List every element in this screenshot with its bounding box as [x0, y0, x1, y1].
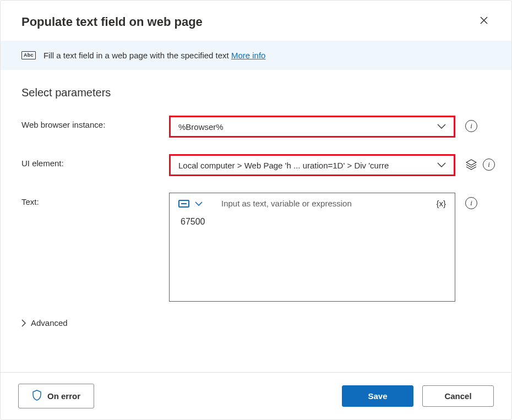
- row-ui-element: UI element: Local computer > Web Page 'h…: [21, 154, 491, 176]
- advanced-toggle[interactable]: Advanced: [21, 318, 491, 328]
- chevron-right-icon: [21, 319, 26, 327]
- text-label: Text:: [21, 193, 159, 206]
- browser-instance-dropdown[interactable]: %Browser%: [169, 116, 455, 138]
- ui-element-value: Local computer > Web Page 'h ... uration…: [178, 161, 389, 170]
- text-placeholder: Input as text, variable or expression: [208, 199, 431, 208]
- ui-element-label: UI element:: [21, 154, 159, 168]
- close-button[interactable]: [477, 14, 491, 30]
- on-error-button[interactable]: On error: [18, 384, 94, 408]
- more-info-link[interactable]: More info: [231, 51, 266, 60]
- dialog-header: Populate text field on web page: [1, 1, 511, 41]
- info-icon[interactable]: i: [465, 197, 477, 209]
- text-editor-toolbar: Input as text, variable or expression {x…: [170, 193, 455, 209]
- chevron-down-icon[interactable]: [195, 199, 203, 208]
- text-actions: i: [465, 193, 491, 209]
- info-banner: Abc Fill a text field in a web page with…: [1, 41, 511, 70]
- input-mode-icon[interactable]: [178, 200, 189, 208]
- browser-instance-value: %Browser%: [178, 122, 224, 132]
- layers-icon[interactable]: [465, 159, 477, 171]
- info-icon[interactable]: i: [465, 120, 477, 132]
- shield-icon: [32, 390, 42, 402]
- close-icon: [480, 16, 488, 25]
- text-field-icon: Abc: [21, 51, 36, 59]
- dialog-title: Populate text field on web page: [21, 15, 203, 29]
- on-error-label: On error: [47, 391, 80, 401]
- cancel-button[interactable]: Cancel: [422, 385, 494, 407]
- dialog-content: Select parameters Web browser instance: …: [1, 70, 511, 328]
- insert-variable-button[interactable]: {x}: [436, 199, 446, 208]
- text-value[interactable]: 67500: [170, 209, 455, 234]
- save-button[interactable]: Save: [342, 385, 413, 407]
- info-icon[interactable]: i: [483, 159, 495, 171]
- banner-text: Fill a text field in a web page with the…: [43, 51, 266, 60]
- row-browser-instance: Web browser instance: %Browser% i: [21, 116, 491, 138]
- ui-element-actions: i: [465, 154, 495, 171]
- text-editor[interactable]: Input as text, variable or expression {x…: [169, 193, 455, 302]
- browser-instance-label: Web browser instance:: [21, 116, 159, 129]
- footer-buttons: Save Cancel: [342, 385, 494, 407]
- advanced-label: Advanced: [31, 318, 68, 328]
- chevron-down-icon: [437, 124, 446, 129]
- ui-element-dropdown[interactable]: Local computer > Web Page 'h ... uration…: [169, 154, 455, 176]
- dialog-footer: On error Save Cancel: [1, 372, 511, 419]
- browser-instance-actions: i: [465, 116, 491, 132]
- row-text: Text: Input as text, variable or express…: [21, 193, 491, 302]
- section-heading: Select parameters: [21, 86, 491, 99]
- chevron-down-icon: [437, 162, 446, 168]
